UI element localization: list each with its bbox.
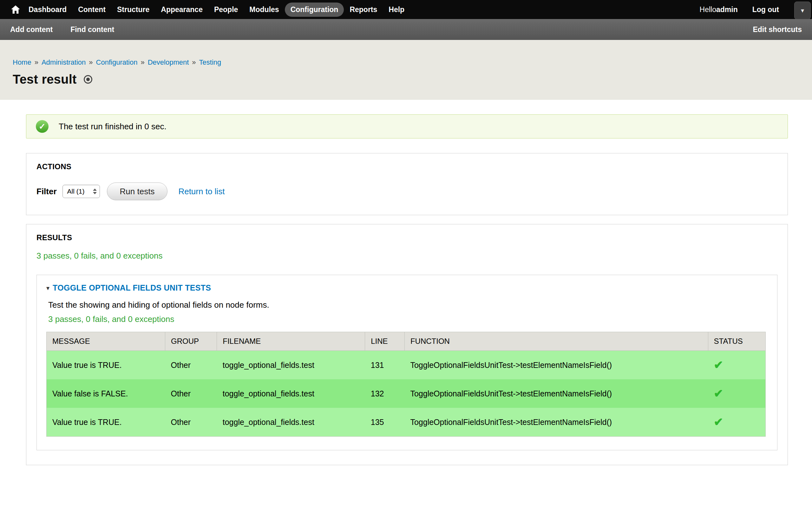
breadcrumb-separator: » bbox=[89, 58, 93, 66]
breadcrumb-development[interactable]: Development bbox=[148, 58, 189, 66]
column-header-filename: FILENAME bbox=[217, 332, 365, 351]
shortcut-bar: Add content Find content Edit shortcuts bbox=[0, 19, 812, 40]
menu-item-people[interactable]: People bbox=[208, 3, 244, 17]
menu-item-configuration[interactable]: Configuration bbox=[285, 3, 344, 17]
check-circle-icon: ✓ bbox=[36, 120, 49, 133]
cell-function: ToggleOptionalFieldsUnitTest->testElemen… bbox=[404, 351, 708, 380]
menu-item-structure[interactable]: Structure bbox=[111, 3, 155, 17]
admin-bar-right: Hello admin Log out bbox=[700, 5, 779, 14]
filter-label: Filter bbox=[37, 187, 57, 196]
contextual-gear-icon[interactable] bbox=[84, 75, 92, 83]
test-group-fieldset: ▾ TOGGLE OPTIONAL FIELDS UNIT TESTS Test… bbox=[37, 275, 777, 450]
cell-group: Other bbox=[165, 379, 217, 408]
table-row: Value false is FALSE. Other toggle_optio… bbox=[47, 379, 766, 408]
results-summary: 3 passes, 0 fails, and 0 exceptions bbox=[37, 251, 777, 261]
test-group-summary: 3 passes, 0 fails, and 0 exceptions bbox=[48, 314, 766, 324]
results-fieldset: RESULTS 3 passes, 0 fails, and 0 excepti… bbox=[26, 224, 788, 465]
column-header-status: STATUS bbox=[708, 332, 765, 351]
logout-link[interactable]: Log out bbox=[752, 5, 779, 14]
breadcrumb-home[interactable]: Home bbox=[13, 58, 32, 66]
greeting-text: Hello bbox=[700, 5, 716, 14]
cell-line: 132 bbox=[365, 379, 405, 408]
return-to-list-link[interactable]: Return to list bbox=[178, 187, 224, 196]
cell-filename: toggle_optional_fields.test bbox=[217, 408, 365, 437]
home-icon bbox=[11, 5, 20, 14]
status-message-text: The test run finished in 0 sec. bbox=[59, 122, 166, 131]
collapse-arrow-icon: ▾ bbox=[46, 284, 49, 292]
status-message: ✓ The test run finished in 0 sec. bbox=[26, 114, 788, 138]
pass-check-icon: ✔ bbox=[714, 387, 723, 400]
menu-item-reports[interactable]: Reports bbox=[344, 3, 383, 17]
table-row: Value true is TRUE. Other toggle_optiona… bbox=[47, 351, 766, 380]
chevron-down-icon: ▾ bbox=[801, 7, 804, 14]
test-group-title: TOGGLE OPTIONAL FIELDS UNIT TESTS bbox=[53, 283, 211, 292]
menu-item-appearance[interactable]: Appearance bbox=[155, 3, 208, 17]
cell-function: ToggleOptionalFieldsUnitTest->testElemen… bbox=[404, 379, 708, 408]
page-title: Test result bbox=[13, 72, 77, 87]
cell-line: 135 bbox=[365, 408, 405, 437]
results-legend: RESULTS bbox=[37, 233, 777, 242]
menu-item-modules[interactable]: Modules bbox=[244, 3, 285, 17]
breadcrumb-separator: » bbox=[35, 58, 38, 66]
find-content-link[interactable]: Find content bbox=[70, 25, 114, 34]
select-stepper-icon bbox=[93, 188, 97, 194]
cell-group: Other bbox=[165, 351, 217, 380]
cell-status: ✔ bbox=[708, 351, 765, 380]
menu-item-help[interactable]: Help bbox=[383, 3, 410, 17]
cell-message: Value true is TRUE. bbox=[47, 351, 165, 380]
breadcrumb-configuration[interactable]: Configuration bbox=[96, 58, 138, 66]
table-row: Value true is TRUE. Other toggle_optiona… bbox=[47, 408, 766, 437]
filter-select-value: All (1) bbox=[67, 187, 85, 195]
admin-toolbar: Dashboard Content Structure Appearance P… bbox=[0, 0, 812, 19]
cell-message: Value false is FALSE. bbox=[47, 379, 165, 408]
home-button[interactable] bbox=[8, 0, 23, 19]
cell-status: ✔ bbox=[708, 379, 765, 408]
actions-legend: ACTIONS bbox=[37, 162, 777, 171]
main-content: ✓ The test run finished in 0 sec. ACTION… bbox=[0, 100, 812, 465]
column-header-function: FUNCTION bbox=[404, 332, 708, 351]
menu-item-content[interactable]: Content bbox=[72, 3, 111, 17]
test-group-toggle[interactable]: ▾ TOGGLE OPTIONAL FIELDS UNIT TESTS bbox=[46, 283, 766, 292]
column-header-group: GROUP bbox=[165, 332, 217, 351]
column-header-message: MESSAGE bbox=[47, 332, 165, 351]
cell-status: ✔ bbox=[708, 408, 765, 437]
cell-filename: toggle_optional_fields.test bbox=[217, 379, 365, 408]
breadcrumb-separator: » bbox=[192, 58, 196, 66]
admin-menu: Dashboard Content Structure Appearance P… bbox=[23, 3, 410, 17]
test-group-description: Test the showing and hiding of optional … bbox=[48, 300, 766, 310]
pass-check-icon: ✔ bbox=[714, 415, 723, 429]
breadcrumb: Home»Administration»Configuration»Develo… bbox=[13, 58, 799, 66]
cell-group: Other bbox=[165, 408, 217, 437]
menu-item-dashboard[interactable]: Dashboard bbox=[23, 3, 72, 17]
test-results-table: MESSAGE GROUP FILENAME LINE FUNCTION STA… bbox=[46, 332, 766, 437]
pass-check-icon: ✔ bbox=[714, 358, 723, 372]
cell-function: ToggleOptionalFieldsUnitTest->testElemen… bbox=[404, 408, 708, 437]
column-header-line: LINE bbox=[365, 332, 405, 351]
cell-message: Value true is TRUE. bbox=[47, 408, 165, 437]
filter-select[interactable]: All (1) bbox=[62, 185, 100, 198]
run-tests-button[interactable]: Run tests bbox=[107, 182, 168, 200]
table-header-row: MESSAGE GROUP FILENAME LINE FUNCTION STA… bbox=[47, 332, 766, 351]
toolbar-dropdown-toggle[interactable]: ▾ bbox=[794, 2, 811, 19]
cell-line: 131 bbox=[365, 351, 405, 380]
breadcrumb-separator: » bbox=[141, 58, 144, 66]
add-content-link[interactable]: Add content bbox=[10, 25, 53, 34]
cell-filename: toggle_optional_fields.test bbox=[217, 351, 365, 380]
breadcrumb-testing[interactable]: Testing bbox=[199, 58, 221, 66]
breadcrumb-administration[interactable]: Administration bbox=[42, 58, 86, 66]
page-header: Home»Administration»Configuration»Develo… bbox=[0, 40, 812, 100]
actions-fieldset: ACTIONS Filter All (1) Run tests Return … bbox=[26, 153, 788, 215]
username-link[interactable]: admin bbox=[716, 5, 738, 14]
edit-shortcuts-link[interactable]: Edit shortcuts bbox=[753, 25, 802, 34]
